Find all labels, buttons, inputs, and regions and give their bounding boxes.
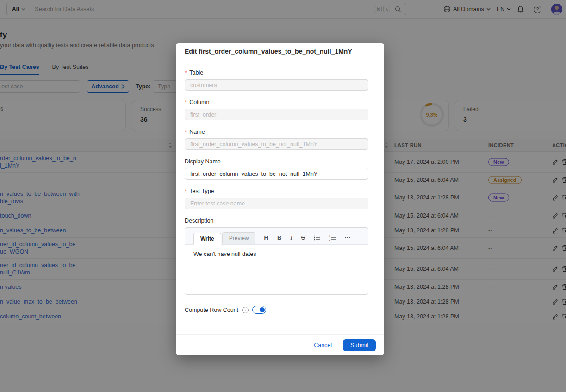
svg-text:1: 1 <box>329 235 330 237</box>
submit-button[interactable]: Submit <box>343 339 376 351</box>
test-type-field <box>185 198 368 209</box>
table-field-label: Table <box>185 69 368 76</box>
info-icon: i <box>242 307 249 313</box>
test-type-field-label: Test Type <box>185 188 368 194</box>
compute-row-count-label: Compute Row Count <box>185 307 238 313</box>
edit-test-case-modal: Edit first_order_column_values_to_be_not… <box>176 43 384 355</box>
modal-footer: Cancel Submit <box>176 334 384 355</box>
screen: All ⌘ K All Domains <box>0 0 566 392</box>
description-field-label: Description <box>185 218 368 224</box>
name-field-label: Name <box>185 129 368 135</box>
tab-write[interactable]: Write <box>193 233 221 245</box>
description-content[interactable]: We can't have null dates <box>185 245 368 294</box>
display-name-field[interactable] <box>185 168 368 180</box>
italic-icon[interactable]: I <box>290 235 292 241</box>
editor-toolbar: Write Preview H B I S 12 <box>185 228 368 245</box>
heading-icon[interactable]: H <box>264 235 268 241</box>
table-field <box>185 79 368 91</box>
display-name-field-label: Display Name <box>185 158 368 165</box>
numbered-list-icon[interactable]: 12 <box>329 235 336 241</box>
bold-icon[interactable]: B <box>277 235 281 241</box>
more-icon[interactable]: ⋯ <box>344 235 351 241</box>
modal-body: Table Column Name Display Name Test Type… <box>176 60 384 334</box>
column-field-label: Column <box>185 99 368 106</box>
name-field <box>185 138 368 150</box>
strikethrough-icon[interactable]: S <box>301 235 305 241</box>
column-field <box>185 109 368 120</box>
compute-row-count-toggle[interactable] <box>252 306 266 314</box>
modal-title: Edit first_order_column_values_to_be_not… <box>176 43 384 60</box>
bulleted-list-icon[interactable] <box>314 235 320 241</box>
svg-text:2: 2 <box>329 238 330 241</box>
description-editor: Write Preview H B I S 12 <box>185 227 368 295</box>
tab-preview[interactable]: Preview <box>222 232 256 244</box>
cancel-button[interactable]: Cancel <box>314 342 332 348</box>
